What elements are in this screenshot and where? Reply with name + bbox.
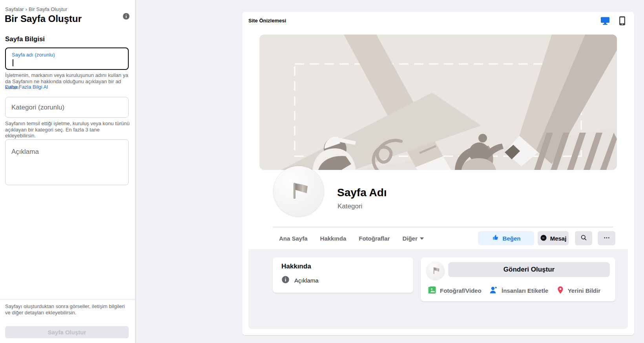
breadcrumb: Sayfalar›Bir Sayfa Oluştur <box>5 6 67 12</box>
desktop-preview-button[interactable] <box>600 16 610 26</box>
tag-people-action: İnsanları Etiketle <box>489 285 548 296</box>
create-page-button[interactable]: Sayfa Oluştur <box>5 326 129 338</box>
like-button: Beğen <box>478 231 534 245</box>
section-title: Sayfa Bilgisi <box>5 35 45 43</box>
description-label: Açıklama <box>11 148 39 156</box>
preview-panel-title: Site Önizlemesi <box>248 18 286 24</box>
tab-about: Hakkında <box>314 235 353 242</box>
desktop-icon <box>600 21 610 27</box>
about-card-title: Hakkında <box>281 263 311 270</box>
tab-photos: Fotoğraflar <box>352 235 396 242</box>
breadcrumb-pages-link[interactable]: Sayfalar <box>5 6 24 12</box>
preview-tabs: Ana Sayfa Hakkında Fotoğraflar Diğer <box>273 227 430 249</box>
page-avatar <box>274 166 324 216</box>
thumbs-up-icon <box>492 234 500 243</box>
create-page-form-panel: Sayfalar›Bir Sayfa Oluştur Bir Sayfa Olu… <box>0 0 135 343</box>
footer-divider <box>0 299 135 299</box>
messenger-icon <box>540 234 547 243</box>
device-toggle <box>600 16 627 26</box>
about-card: Hakkında Açıklama <box>273 257 413 293</box>
about-description: Açıklama <box>294 277 319 284</box>
chevron-down-icon <box>420 237 424 242</box>
text-cursor <box>13 59 13 66</box>
composer-card: Gönderi Oluştur Fotoğraf/Video İnsanları… <box>421 257 615 301</box>
photo-video-icon <box>427 285 437 296</box>
category-field[interactable]: Kategori (zorunlu) <box>5 97 129 118</box>
site-preview-panel: Site Önizlemesi <box>242 12 634 335</box>
breadcrumb-current: Bir Sayfa Oluştur <box>29 6 67 12</box>
info-icon <box>281 275 290 285</box>
preview-page-category: Kategori <box>338 203 362 210</box>
info-icon <box>122 15 130 21</box>
search-button <box>575 231 592 245</box>
description-field[interactable]: Açıklama <box>5 139 129 185</box>
page-title: Bir Sayfa Oluştur <box>5 13 82 24</box>
mobile-icon <box>619 21 626 27</box>
preview-page-body: Hakkında Açıklama <box>248 249 628 329</box>
more-options-button <box>598 231 615 245</box>
about-description-row: Açıklama <box>281 275 319 285</box>
breadcrumb-separator: › <box>26 6 27 12</box>
tab-home: Ana Sayfa <box>273 235 314 242</box>
message-button: Mesaj <box>538 231 569 245</box>
check-in-action: Yerini Bildir <box>556 286 600 296</box>
map-pin-icon <box>556 286 565 296</box>
flag-icon <box>431 266 440 277</box>
page-name-label: Sayfa adı (zorunlu) <box>12 52 55 58</box>
preview-page-name: Sayfa Adı <box>337 186 387 199</box>
cover-photo-placeholder <box>259 35 617 170</box>
flag-icon <box>287 179 310 203</box>
photo-video-action: Fotoğraf/Video <box>427 285 482 296</box>
category-help: Sayfanın temsil ettiği işletme, kuruluş … <box>5 120 131 139</box>
create-post-button: Gönderi Oluştur <box>448 262 610 277</box>
ellipsis-icon <box>603 234 610 243</box>
composer-actions: Fotoğraf/Video İnsanları Etiketle Yerini… <box>427 282 600 299</box>
search-icon <box>580 234 587 243</box>
preview-viewport: Sayfa Adı Kategori Ana Sayfa Hakkında Fo… <box>248 34 628 329</box>
composer-avatar <box>426 262 445 280</box>
tag-people-icon <box>489 285 498 296</box>
footer-note: Sayfayı oluşturduktan sonra görseller, i… <box>5 303 131 316</box>
tab-more: Diğer <box>396 235 430 242</box>
mobile-preview-button[interactable] <box>617 16 627 26</box>
page-name-field[interactable]: Sayfa adı (zorunlu) <box>5 47 129 70</box>
learn-more-link[interactable]: Daha Fazla Bilgi Al <box>5 84 48 90</box>
preview-page-header: Sayfa Adı Kategori Ana Sayfa Hakkında Fo… <box>248 170 628 249</box>
cover-illustration <box>259 35 617 170</box>
info-button[interactable] <box>122 13 130 20</box>
category-label: Kategori (zorunlu) <box>11 104 64 111</box>
